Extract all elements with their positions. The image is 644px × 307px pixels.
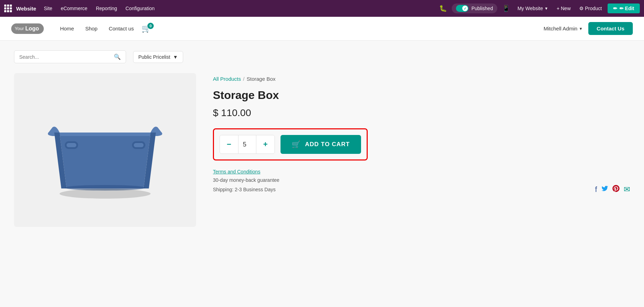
admin-menu-ecommerce[interactable]: eCommerce [57, 4, 91, 13]
quantity-decrease-button[interactable]: − [220, 135, 238, 154]
edit-button[interactable]: ✏ ✏ Edit [608, 3, 640, 13]
twitter-icon[interactable] [601, 185, 608, 194]
add-to-cart-button[interactable]: 🛒 ADD TO CART [281, 135, 361, 154]
breadcrumb-separator: / [243, 76, 244, 82]
logo-logo: Logo [25, 26, 39, 32]
my-website-label: My Website [518, 6, 543, 11]
admin-menu-site[interactable]: Site [40, 4, 56, 13]
product-image-area [14, 73, 196, 227]
shipping-row: Shipping: 2-3 Business Days f ✉ [213, 185, 630, 194]
nav-home[interactable]: Home [55, 23, 79, 34]
user-name-label: Mitchell Admin [543, 26, 577, 31]
user-chevron-icon: ▼ [579, 27, 583, 31]
product-image [39, 98, 172, 202]
toggle-knob: ✓ [462, 6, 468, 11]
product-title: Storage Box [213, 89, 630, 102]
add-to-cart-label: ADD TO CART [305, 141, 350, 148]
nav-shop[interactable]: Shop [80, 23, 102, 34]
pricelist-label: Public Pricelist [138, 54, 170, 60]
logo-your: Your [15, 26, 24, 31]
social-icons: f ✉ [595, 185, 630, 194]
cart-badge[interactable]: 🛒 0 [141, 24, 151, 33]
contact-us-button[interactable]: Contact Us [588, 22, 633, 35]
admin-menu-configuration[interactable]: Configuration [122, 4, 158, 13]
product-section: All Products / Storage Box Storage Box $… [14, 73, 630, 227]
product-label: ⚙ Product [579, 6, 602, 11]
pencil-icon: ✏ [613, 6, 617, 11]
my-website-button[interactable]: My Website ▼ [515, 4, 551, 13]
cart-count: 0 [147, 23, 154, 29]
admin-menu-reporting[interactable]: Reporting [92, 4, 121, 13]
logo-area[interactable]: Your Logo [11, 23, 44, 34]
pricelist-chevron-icon: ▼ [173, 54, 178, 60]
pinterest-icon[interactable] [612, 185, 619, 194]
product-info: All Products / Storage Box Storage Box $… [213, 73, 630, 227]
apps-icon[interactable] [4, 5, 12, 12]
svg-rect-2 [67, 143, 76, 147]
quantity-control: − + [220, 135, 275, 154]
admin-bar: Website Site eCommerce Reporting Configu… [0, 0, 644, 17]
email-icon[interactable]: ✉ [624, 185, 630, 194]
new-button[interactable]: + New [554, 4, 573, 13]
nav-contact-us[interactable]: Contact us [104, 23, 139, 34]
nav-bar: Your Logo Home Shop Contact us 🛒 0 Mitch… [0, 17, 644, 41]
quantity-increase-button[interactable]: + [256, 135, 275, 154]
nav-links: Home Shop Contact us 🛒 0 [55, 23, 151, 34]
breadcrumb: All Products / Storage Box [213, 76, 630, 82]
guarantee-text: 30-day money-back guarantee [213, 177, 630, 183]
toggle-switch: ✓ [456, 5, 469, 12]
published-label: Published [471, 6, 493, 11]
shipping-text: Shipping: 2-3 Business Days [213, 187, 276, 192]
published-toggle[interactable]: ✓ Published [452, 3, 497, 13]
chevron-down-icon: ▼ [545, 6, 548, 10]
svg-point-5 [60, 189, 151, 199]
facebook-icon[interactable]: f [595, 185, 597, 194]
search-icon[interactable]: 🔍 [114, 53, 121, 60]
product-button[interactable]: ⚙ Product [576, 4, 605, 13]
nav-right: Mitchell Admin ▼ Contact Us [543, 22, 633, 35]
new-label: + New [556, 6, 570, 11]
top-toolbar: 🔍 Public Pricelist ▼ [14, 50, 630, 63]
quantity-input[interactable] [238, 135, 256, 154]
admin-title: Website [16, 6, 36, 12]
pricelist-button[interactable]: Public Pricelist ▼ [133, 51, 183, 63]
terms-and-conditions-link[interactable]: Terms and Conditions [213, 169, 630, 174]
main-content: 🔍 Public Pricelist ▼ [0, 41, 644, 307]
bug-icon[interactable]: 🐛 [437, 3, 449, 14]
product-price: $ 110.00 [213, 107, 630, 119]
svg-rect-4 [134, 143, 144, 147]
cart-button-icon: 🛒 [292, 140, 301, 149]
user-name-button[interactable]: Mitchell Admin ▼ [543, 26, 583, 31]
add-to-cart-area: − + 🛒 ADD TO CART [213, 128, 368, 160]
edit-label: ✏ Edit [619, 6, 634, 11]
breadcrumb-current: Storage Box [247, 76, 276, 82]
logo-badge[interactable]: Your Logo [11, 23, 44, 34]
mobile-icon[interactable]: 📱 [500, 3, 512, 14]
breadcrumb-all-products[interactable]: All Products [213, 76, 241, 82]
search-box[interactable]: 🔍 [14, 50, 126, 63]
search-input[interactable] [19, 54, 111, 60]
